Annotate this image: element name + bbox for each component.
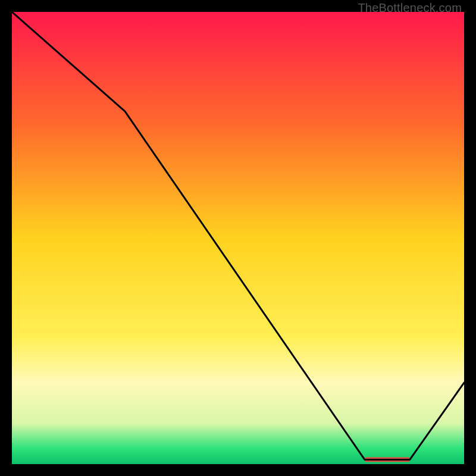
gradient-background — [12, 12, 464, 464]
chart-frame: TheBottleneck.com — [0, 0, 476, 476]
chart-svg — [12, 12, 464, 464]
chart-plot — [12, 12, 464, 464]
